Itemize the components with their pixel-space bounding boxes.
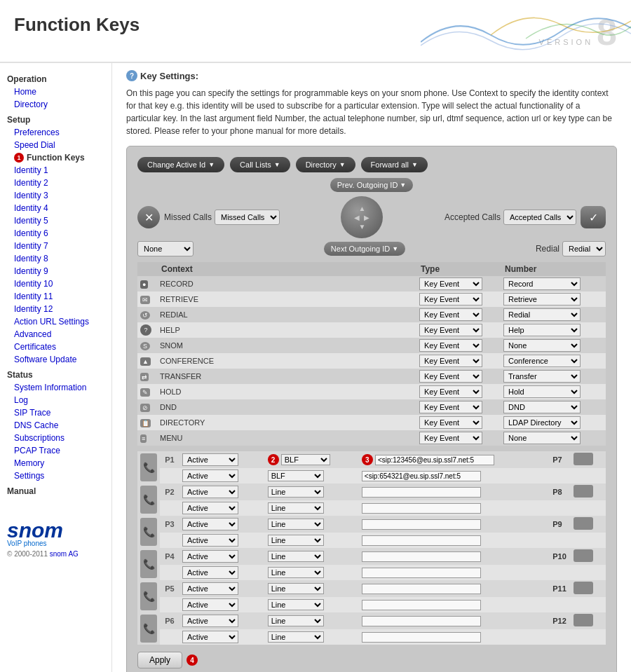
p2-row2-number-input[interactable]: [362, 503, 481, 514]
p10-toggle[interactable]: [574, 549, 593, 562]
sidebar-item-identity-11[interactable]: Identity 11: [0, 290, 111, 303]
p9-toggle[interactable]: [574, 517, 593, 530]
p11-toggle[interactable]: [574, 582, 593, 594]
sidebar-item-dns-cache[interactable]: DNS Cache: [0, 419, 111, 432]
next-outgoing-id-button[interactable]: Next Outgoing ID ▼: [324, 242, 405, 256]
record-number-select[interactable]: Record: [503, 277, 581, 290]
p7-toggle[interactable]: [574, 453, 593, 465]
p6-row1-type-select[interactable]: Line: [268, 615, 324, 626]
p6-row2-context-select[interactable]: Active: [182, 631, 238, 643]
p5-row2-context-select[interactable]: Active: [182, 598, 238, 611]
directory-button[interactable]: Directory ▼: [296, 157, 355, 172]
p3-row1-number-input[interactable]: [362, 519, 481, 530]
nav-left-arrow[interactable]: ◀: [354, 214, 360, 221]
p4-row1-context-select[interactable]: Active: [182, 550, 238, 563]
p1-row1-number-input[interactable]: [375, 455, 494, 465]
sidebar-item-directory[interactable]: Directory: [0, 98, 111, 111]
sidebar-item-identity-3[interactable]: Identity 3: [0, 189, 111, 202]
sidebar-item-identity-1[interactable]: Identity 1: [0, 164, 111, 177]
p2-row1-number-input[interactable]: [362, 487, 481, 498]
confirm-button[interactable]: ✓: [581, 206, 606, 228]
p5-row2-number-input[interactable]: [362, 600, 481, 610]
nav-right-arrow[interactable]: ▶: [364, 214, 369, 221]
sidebar-item-memory[interactable]: Memory: [0, 457, 111, 469]
p4-row2-context-select[interactable]: Active: [182, 566, 238, 579]
dnd-number-select[interactable]: DND: [503, 401, 581, 413]
p6-row2-type-select[interactable]: Line: [268, 631, 324, 643]
cancel-button[interactable]: ✕: [137, 206, 160, 228]
menu-type-select[interactable]: Key Event: [419, 432, 482, 444]
sidebar-item-system-info[interactable]: System Information: [0, 381, 111, 394]
sidebar-item-subscriptions[interactable]: Subscriptions: [0, 432, 111, 444]
p1-row2-type-select[interactable]: BLF: [268, 470, 324, 481]
p1-row2-context-select[interactable]: Active: [182, 469, 238, 482]
record-type-select[interactable]: Key Event: [419, 277, 482, 290]
p1-row2-number-input[interactable]: [362, 471, 481, 481]
p12-toggle[interactable]: [574, 614, 593, 626]
sidebar-item-identity-12[interactable]: Identity 12: [0, 303, 111, 315]
accepted-calls-select[interactable]: Accepted Calls: [503, 210, 576, 225]
transfer-number-select[interactable]: Transfer: [503, 370, 581, 383]
change-active-id-button[interactable]: Change Active Id ▼: [137, 157, 224, 172]
dnd-type-select[interactable]: Key Event: [419, 401, 482, 413]
sidebar-item-log[interactable]: Log: [0, 394, 111, 406]
nav-up-arrow[interactable]: ▲: [359, 205, 366, 212]
forward-all-button[interactable]: Forward all ▼: [361, 157, 428, 172]
sidebar-item-pcap-trace[interactable]: PCAP Trace: [0, 444, 111, 457]
hold-type-select[interactable]: Key Event: [419, 385, 482, 398]
hold-number-select[interactable]: Hold: [503, 385, 581, 398]
sidebar-item-identity-6[interactable]: Identity 6: [0, 227, 111, 240]
conference-number-select[interactable]: Conference: [503, 355, 581, 367]
apply-button[interactable]: Apply: [137, 652, 182, 668]
p3-row2-context-select[interactable]: Active: [182, 534, 238, 547]
p3-row1-context-select[interactable]: Active: [182, 518, 238, 530]
snom-number-select[interactable]: None: [503, 339, 581, 352]
sidebar-item-certificates[interactable]: Certificates: [0, 341, 111, 353]
snom-type-select[interactable]: Key Event: [419, 339, 482, 352]
p8-toggle[interactable]: [574, 485, 593, 498]
p6-row1-number-input[interactable]: [362, 616, 481, 626]
help-type-select[interactable]: Key Event: [419, 324, 482, 336]
p6-row1-context-select[interactable]: Active: [182, 615, 238, 627]
transfer-type-select[interactable]: Key Event: [419, 370, 482, 383]
sidebar-item-function-keys[interactable]: 1 Function Keys: [0, 151, 111, 164]
conference-type-select[interactable]: Key Event: [419, 355, 482, 367]
p6-row2-number-input[interactable]: [362, 632, 481, 643]
p2-row1-context-select[interactable]: Active: [182, 486, 238, 498]
none-select[interactable]: None: [137, 241, 194, 256]
snom-link[interactable]: snom AG: [50, 550, 79, 558]
p5-row1-context-select[interactable]: Active: [182, 582, 238, 595]
missed-calls-select[interactable]: Missed Calls: [215, 210, 280, 225]
redial-select[interactable]: Redial: [562, 241, 606, 256]
retrieve-type-select[interactable]: Key Event: [419, 293, 482, 306]
p5-row1-type-select[interactable]: Line: [268, 583, 324, 594]
sidebar-item-identity-4[interactable]: Identity 4: [0, 202, 111, 214]
p4-row1-number-input[interactable]: [362, 551, 481, 562]
sidebar-item-settings[interactable]: Settings: [0, 469, 111, 482]
sidebar-item-identity-7[interactable]: Identity 7: [0, 240, 111, 252]
retrieve-number-select[interactable]: Retrieve: [503, 293, 581, 306]
sidebar-item-sip-trace[interactable]: SIP Trace: [0, 406, 111, 419]
sidebar-item-identity-10[interactable]: Identity 10: [0, 277, 111, 290]
directory-number-select[interactable]: LDAP Directory: [503, 416, 581, 429]
sidebar-item-software-update[interactable]: Software Update: [0, 353, 111, 366]
menu-number-select[interactable]: None: [503, 432, 581, 444]
call-lists-button[interactable]: Call Lists ▼: [230, 157, 290, 172]
sidebar-item-identity-8[interactable]: Identity 8: [0, 252, 111, 265]
sidebar-item-advanced[interactable]: Advanced: [0, 328, 111, 341]
nav-down-arrow[interactable]: ▼: [359, 223, 366, 231]
sidebar-item-home[interactable]: Home: [0, 85, 111, 98]
p1-row1-context-select[interactable]: Active: [182, 453, 238, 466]
p1-row1-type-select[interactable]: BLF: [281, 454, 330, 465]
p3-row1-type-select[interactable]: Line: [268, 519, 324, 530]
p2-row1-type-select[interactable]: Line: [268, 486, 324, 498]
p4-row2-number-input[interactable]: [362, 568, 481, 578]
sidebar-item-speed-dial[interactable]: Speed Dial: [0, 139, 111, 151]
redial-number-select[interactable]: Redial: [503, 308, 581, 321]
p2-row2-context-select[interactable]: Active: [182, 502, 238, 514]
sidebar-item-action-url[interactable]: Action URL Settings: [0, 315, 111, 328]
directory-type-select[interactable]: Key Event: [419, 416, 482, 429]
p4-row1-type-select[interactable]: Line: [268, 551, 324, 562]
sidebar-item-identity-5[interactable]: Identity 5: [0, 214, 111, 227]
p5-row2-type-select[interactable]: Line: [268, 599, 324, 610]
